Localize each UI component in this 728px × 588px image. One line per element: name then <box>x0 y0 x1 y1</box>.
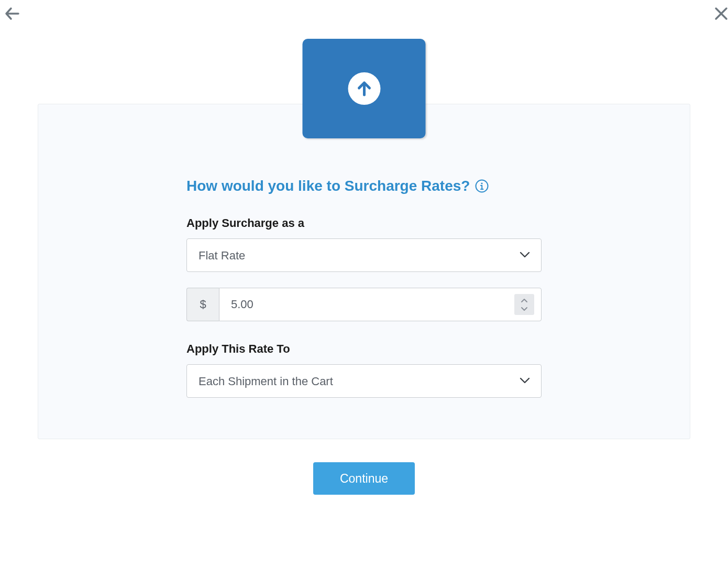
svg-point-1 <box>481 182 483 184</box>
heading-row: How would you like to Surcharge Rates? <box>186 178 542 194</box>
apply-as-label: Apply Surcharge as a <box>186 216 542 230</box>
arrow-up-icon <box>355 79 373 98</box>
currency-addon: $ <box>186 288 219 321</box>
chevron-up-icon <box>521 298 528 303</box>
amount-input[interactable] <box>219 288 542 321</box>
arrow-left-icon <box>4 6 20 21</box>
page-heading: How would you like to Surcharge Rates? <box>186 178 470 194</box>
stepper-up-button[interactable] <box>521 297 528 304</box>
apply-to-select[interactable]: Each Shipment in the Cart <box>186 364 542 398</box>
apply-to-label: Apply This Rate To <box>186 342 542 356</box>
amount-stepper <box>514 294 534 315</box>
stepper-down-button[interactable] <box>521 305 528 312</box>
hero-icon-circle <box>348 72 380 105</box>
hero-icon-tile <box>303 39 426 138</box>
info-icon[interactable] <box>475 179 489 193</box>
form-wrapper: How would you like to Surcharge Rates? A… <box>186 178 542 413</box>
form-card: How would you like to Surcharge Rates? A… <box>38 104 690 439</box>
chevron-down-icon <box>521 307 528 311</box>
apply-as-select-wrapper: Flat Rate <box>186 238 542 272</box>
back-button[interactable] <box>4 6 20 23</box>
apply-to-select-wrapper: Each Shipment in the Cart <box>186 364 542 398</box>
close-button[interactable] <box>714 6 728 23</box>
continue-button[interactable]: Continue <box>313 462 415 495</box>
apply-as-select[interactable]: Flat Rate <box>186 238 542 272</box>
close-icon <box>714 6 728 21</box>
amount-row: $ <box>186 288 542 321</box>
